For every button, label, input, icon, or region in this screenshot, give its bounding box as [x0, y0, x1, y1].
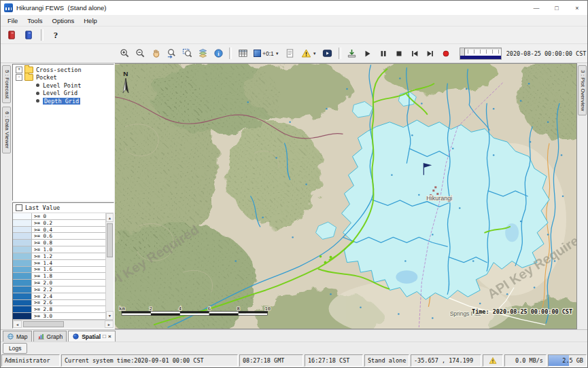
legend-swatch: [13, 280, 32, 286]
tree-item-level-point[interactable]: Level Point: [13, 81, 114, 90]
layers-button[interactable]: [195, 46, 210, 61]
toolbar-top: ?: [1, 26, 587, 44]
skip-end-button[interactable]: [423, 46, 438, 61]
interval-dropdown[interactable]: +0:1 ▼: [251, 46, 282, 61]
menu-item[interactable]: File: [3, 17, 22, 24]
skip-start-button[interactable]: [407, 46, 422, 61]
blue-book-icon: [24, 30, 34, 40]
menu-item[interactable]: Tools: [22, 17, 47, 24]
tab-data-viewer[interactable]: 6 : Data Viewer: [2, 107, 11, 153]
tab-spatial[interactable]: Spatial □ ×: [68, 331, 115, 342]
legend-value: >= 1.8: [32, 273, 54, 279]
zoom-out-icon: [135, 48, 145, 58]
layer-dot-icon: [36, 99, 39, 103]
tab-forecast[interactable]: 5 : Forecast: [2, 65, 11, 103]
play-button[interactable]: [360, 46, 375, 61]
collapse-icon[interactable]: -: [16, 74, 22, 81]
status-system-time: Current system time:2020-09-01 00:00 CST: [61, 354, 238, 367]
legend-value: >= 1.6: [32, 267, 54, 273]
scroll-thumb[interactable]: [107, 223, 113, 257]
town-label: Hikurangi: [426, 195, 452, 202]
status-user: Administrator: [1, 354, 60, 367]
minimize-button[interactable]: —: [526, 1, 547, 15]
legend-row: >= 1.0: [13, 246, 105, 253]
left-panel: + Cross-section - Pocket Level Point Lev…: [12, 63, 115, 329]
map-canvas[interactable]: API Key Required API Key Required Hikura…: [115, 64, 576, 329]
hand-icon: [151, 48, 161, 58]
scroll-track[interactable]: [106, 222, 114, 311]
tree-item-label: Depth Grid: [43, 98, 80, 105]
expand-icon[interactable]: +: [16, 67, 22, 73]
legend-value: >= 1.2: [32, 253, 54, 259]
skip-end-icon: [426, 49, 435, 58]
document-icon: [285, 48, 295, 58]
window-controls: — □ ×: [526, 1, 587, 15]
legend-swatch: [13, 293, 32, 299]
warning-icon: [301, 48, 311, 58]
menu-item[interactable]: Options: [48, 17, 80, 24]
scroll-up-icon[interactable]: ▲: [106, 213, 114, 222]
export-button[interactable]: [345, 46, 360, 61]
zoom-extent-icon: [182, 48, 192, 58]
forecast-open-button[interactable]: [4, 28, 19, 43]
legend-value: >= 1.0: [32, 246, 54, 253]
tree-item-depth-grid[interactable]: Depth Grid: [13, 97, 114, 105]
animation-button[interactable]: [320, 46, 335, 61]
status-coordinates: -35.657 , 174.199: [411, 354, 481, 367]
legend-list: >= 0 >= 0.2 >= 0.4 >= 0.6 >= 0.8: [13, 213, 106, 320]
legend-row: >= 2.8: [13, 306, 105, 313]
toolbar-separator: [229, 48, 232, 59]
record-button[interactable]: [438, 46, 453, 61]
legend-swatch: [13, 300, 32, 306]
legend-horizontal-scrollbar[interactable]: ◀ ▶: [13, 320, 114, 328]
tab-plot-overview[interactable]: 3 : Plot Overview: [578, 65, 587, 115]
detach-panel-icon[interactable]: □: [103, 334, 106, 339]
tab-spatial-label: Spatial: [82, 333, 101, 340]
maximize-button[interactable]: □: [547, 1, 567, 15]
scroll-right-icon[interactable]: ▶: [105, 320, 114, 328]
zoom-previous-button[interactable]: [164, 46, 179, 61]
zoom-in-button[interactable]: [117, 46, 132, 61]
toolbar-separator: [41, 29, 44, 41]
legend-swatch: [13, 313, 32, 319]
forecast-close-button[interactable]: [21, 28, 36, 43]
pause-button[interactable]: [376, 46, 391, 61]
tab-graph[interactable]: Graph: [33, 331, 67, 342]
scalebar-button[interactable]: [283, 46, 298, 61]
stop-button[interactable]: [392, 46, 407, 61]
menu-item[interactable]: Help: [79, 17, 102, 24]
tree-item-pocket[interactable]: - Pocket: [13, 74, 114, 82]
logs-button[interactable]: Logs: [3, 343, 27, 354]
grid-display-button[interactable]: [235, 46, 250, 61]
status-warning-cell[interactable]: [483, 354, 503, 367]
tree-item-level-grid[interactable]: Level Grid: [13, 90, 114, 98]
legend-swatch: [13, 267, 32, 273]
legend-swatch: [13, 260, 32, 266]
scroll-thumb[interactable]: [23, 321, 64, 327]
tab-map[interactable]: Map: [3, 331, 32, 342]
info-button[interactable]: i: [211, 46, 226, 61]
legend-value: >= 1.4: [32, 260, 54, 266]
zoom-extent-button[interactable]: [179, 46, 194, 61]
legend-swatch: [13, 227, 32, 233]
help-button[interactable]: ?: [48, 28, 63, 43]
last-value-checkbox[interactable]: [16, 204, 22, 211]
svg-text:2: 2: [150, 306, 152, 312]
timeline-slider[interactable]: [460, 48, 502, 60]
legend-title: Last Value: [25, 204, 60, 211]
scroll-left-icon[interactable]: ◀: [13, 320, 22, 328]
skip-start-icon: [410, 49, 419, 58]
close-tab-icon[interactable]: ×: [108, 334, 111, 339]
help-icon: ?: [54, 30, 58, 41]
zoom-out-button[interactable]: [133, 46, 148, 61]
warning-dropdown[interactable]: ▼: [298, 46, 319, 61]
tree-item-label: Cross-section: [36, 67, 82, 73]
pan-button[interactable]: [148, 46, 163, 61]
spatial-icon: [72, 333, 80, 340]
scroll-down-icon[interactable]: ▼: [106, 311, 114, 320]
layers-icon: [198, 48, 208, 58]
status-mode: Stand alone: [364, 354, 409, 367]
close-button[interactable]: ×: [567, 1, 587, 15]
map-viewport: API Key Required API Key Required Hikura…: [115, 63, 577, 329]
legend-vertical-scrollbar[interactable]: ▲ ▼: [106, 213, 114, 320]
